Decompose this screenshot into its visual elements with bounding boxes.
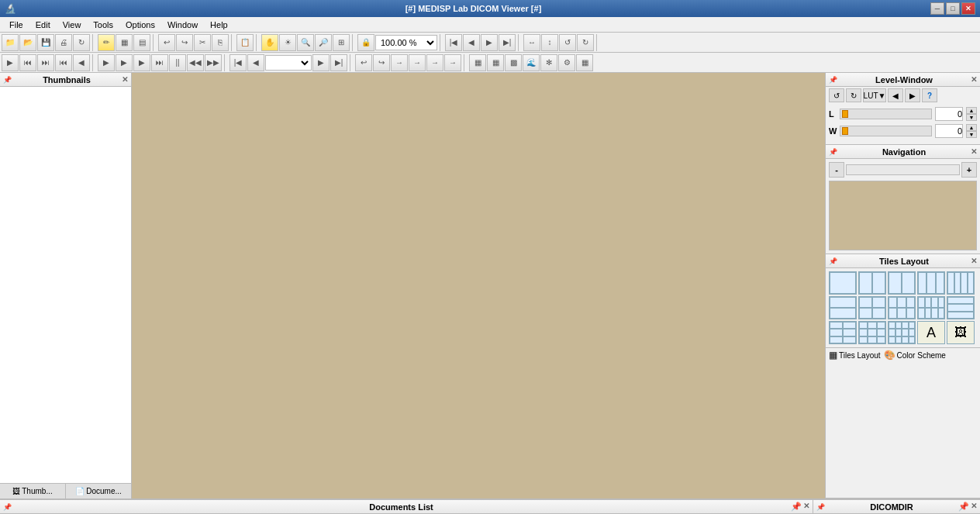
tiles-layout-toggle[interactable]: ▦ Tiles Layout [829, 350, 881, 360]
tile-3x4[interactable] [888, 321, 916, 344]
thumbs-close-icon[interactable]: ✕ [122, 75, 128, 84]
menu-options[interactable]: Options [119, 17, 161, 32]
lw-w-down[interactable]: ▼ [966, 131, 977, 138]
tab-documents[interactable]: 📄 Docume... [66, 484, 131, 498]
refresh-button[interactable]: ↻ [73, 34, 90, 51]
lw-l-thumb[interactable] [842, 110, 848, 118]
tile-2x4[interactable] [917, 296, 945, 319]
t2-btn3[interactable]: ⏭ [37, 54, 54, 71]
lw-pin-icon[interactable]: 📌 [829, 76, 837, 84]
nav-plus-button[interactable]: + [961, 162, 977, 178]
tile-1x1[interactable] [829, 271, 857, 295]
t2-btn15[interactable]: ▶ [312, 54, 330, 71]
menu-window[interactable]: Window [161, 17, 204, 32]
save-button[interactable]: 💾 [37, 34, 54, 51]
menu-file[interactable]: File [3, 17, 29, 32]
lw-l-slider[interactable] [840, 109, 932, 119]
thumbs-pin-icon[interactable]: 📌 [3, 76, 12, 84]
t2-btn9[interactable]: ⏭ [151, 54, 168, 71]
t2-btn4[interactable]: ⏮ [55, 54, 72, 71]
t2-btn19[interactable]: → [391, 54, 408, 71]
docs-close-icon[interactable]: ✕ [803, 502, 809, 512]
zoom-out-button[interactable]: 🔎 [315, 34, 332, 51]
lw-info-button[interactable]: ? [922, 88, 937, 102]
t2-btn17[interactable]: ↩ [355, 54, 372, 71]
nav-first[interactable]: |◀ [445, 34, 462, 51]
maximize-button[interactable]: □ [946, 2, 960, 15]
new-button[interactable]: 📁 [2, 34, 19, 51]
dicomdir-pin-icon[interactable]: 📌 [816, 503, 825, 511]
lw-reset-button[interactable]: ↺ [829, 88, 844, 102]
t2-btn28[interactable]: ⚙ [558, 54, 575, 71]
undo-button[interactable]: ↩ [158, 34, 175, 51]
tab-thumbnails[interactable]: 🖼 Thumb... [0, 484, 66, 498]
flip-h[interactable]: ↔ [523, 34, 540, 51]
dicomdir-pin2-icon[interactable]: 📌 [958, 502, 969, 512]
menu-help[interactable]: Help [204, 17, 234, 32]
tile-2x2[interactable] [858, 296, 886, 319]
minimize-button[interactable]: ─ [930, 2, 944, 15]
nav-last[interactable]: ▶| [499, 34, 516, 51]
lw-l-input[interactable] [935, 107, 963, 121]
t2-btn1[interactable]: ▶ [2, 54, 19, 71]
t2-btn27[interactable]: ✻ [540, 54, 557, 71]
close-button[interactable]: ✕ [961, 2, 975, 15]
cut-button[interactable]: ✂ [194, 34, 211, 51]
lw-w-input[interactable] [935, 124, 963, 138]
print-button[interactable]: 🖨 [55, 34, 72, 51]
menu-view[interactable]: View [57, 17, 88, 32]
wl-button[interactable]: ☀ [279, 34, 296, 51]
nav-next[interactable]: ▶ [481, 34, 498, 51]
pan-button[interactable]: ✋ [261, 34, 278, 51]
t2-btn16[interactable]: ▶| [330, 54, 347, 71]
zoom-in-button[interactable]: 🔍 [297, 34, 314, 51]
t2-btn6[interactable]: ▶ [98, 54, 115, 71]
menu-edit[interactable]: Edit [29, 17, 57, 32]
lw-w-up[interactable]: ▲ [966, 124, 977, 131]
t2-btn23[interactable]: ▦ [469, 54, 486, 71]
nav-close-icon[interactable]: ✕ [971, 147, 977, 156]
tile-3x1[interactable] [947, 296, 975, 319]
zoom-lock-button[interactable]: 🔒 [357, 34, 374, 51]
t2-btn25[interactable]: ▩ [505, 54, 522, 71]
draw-button[interactable]: ✏ [98, 34, 115, 51]
t2-btn2[interactable]: ⏮ [19, 54, 36, 71]
lw-l-up[interactable]: ▲ [966, 107, 977, 114]
color-scheme-toggle[interactable]: 🎨 Color Scheme [884, 350, 946, 360]
table-button[interactable]: ▤ [133, 34, 150, 51]
zoom-combo[interactable]: 100.00 % [375, 35, 437, 50]
lw-close-icon[interactable]: ✕ [971, 75, 977, 84]
t2-btn22[interactable]: → [444, 54, 461, 71]
lw-redo-button[interactable]: ↻ [846, 88, 861, 102]
tile-3x3[interactable] [858, 321, 886, 344]
lw-w-slider[interactable] [840, 126, 932, 136]
t2-btn8[interactable]: ▶ [133, 54, 150, 71]
nav-minus-button[interactable]: - [829, 162, 844, 178]
nav-prev[interactable]: ◀ [463, 34, 480, 51]
fit-button[interactable]: ⊞ [333, 34, 350, 51]
center-image-area[interactable] [132, 73, 825, 498]
lw-w-thumb[interactable] [842, 127, 848, 135]
t2-btn7[interactable]: ▶ [116, 54, 133, 71]
tile-image[interactable]: 🖼 [947, 321, 975, 344]
t2-btn29[interactable]: ▦ [576, 54, 593, 71]
tile-3x2[interactable] [829, 321, 857, 344]
lw-next-button[interactable]: ▶ [905, 88, 920, 102]
tile-1x2[interactable] [858, 271, 886, 295]
grid-button[interactable]: ▦ [116, 34, 133, 51]
tiles-close-icon[interactable]: ✕ [971, 257, 977, 265]
t2-btn18[interactable]: ↪ [373, 54, 390, 71]
t2-btn11[interactable]: ◀◀ [187, 54, 204, 71]
tiles-pin-icon[interactable]: 📌 [829, 257, 837, 265]
tile-2x3[interactable] [888, 296, 916, 319]
nav-slider[interactable] [846, 164, 960, 175]
lw-l-down[interactable]: ▼ [966, 114, 977, 121]
flip-v[interactable]: ↕ [541, 34, 558, 51]
menu-tools[interactable]: Tools [87, 17, 119, 32]
t2-btn10[interactable]: || [169, 54, 186, 71]
t2-btn21[interactable]: → [426, 54, 443, 71]
copy-button[interactable]: ⎘ [212, 34, 229, 51]
rot-left[interactable]: ↺ [559, 34, 576, 51]
tile-1x3[interactable] [917, 271, 945, 295]
t2-btn13[interactable]: |◀ [229, 54, 247, 71]
